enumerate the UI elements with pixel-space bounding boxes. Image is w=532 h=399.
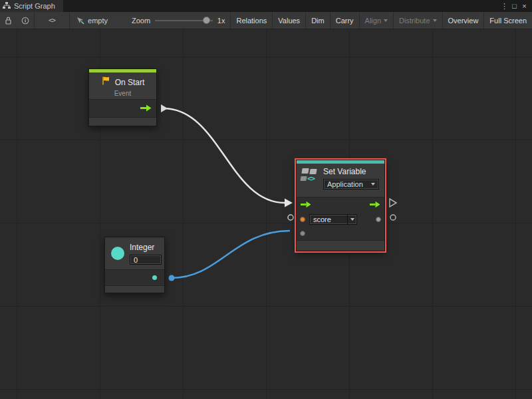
window-maximize-icon[interactable]: □ (509, 2, 519, 10)
node-title: On Start (115, 78, 145, 87)
connection-wire-value[interactable] (172, 231, 290, 278)
set-variable-value-output-port[interactable] (390, 215, 396, 220)
variable-name-select[interactable]: score (309, 214, 357, 225)
window-close-icon[interactable]: × (519, 2, 529, 10)
code-icon: <> (49, 17, 55, 24)
node-footer (297, 240, 384, 251)
flow-input-arrow-icon[interactable] (301, 199, 311, 211)
variable-scope-value: Application (327, 180, 363, 188)
relations-button[interactable]: Relations (231, 12, 272, 29)
variable-name-port[interactable] (300, 217, 305, 222)
chevron-down-icon (371, 183, 375, 186)
node-footer (89, 117, 156, 126)
flag-icon (101, 76, 111, 88)
graph-icon (3, 2, 11, 11)
dim-button[interactable]: Dim (306, 12, 330, 29)
node-footer (105, 285, 164, 293)
tab-title: Script Graph (14, 2, 55, 10)
align-button: Align (360, 12, 393, 29)
integer-icon (111, 247, 124, 260)
zoom-label: Zoom (132, 17, 150, 25)
node-header[interactable]: Integer 0 (105, 237, 164, 269)
lock-icon (5, 17, 12, 25)
pointer-icon (76, 17, 84, 25)
graph-target[interactable]: empty (70, 17, 114, 25)
integer-value-input[interactable]: 0 (130, 255, 162, 265)
values-button[interactable]: Values (273, 12, 305, 29)
flow-output-arrow-icon[interactable] (140, 102, 152, 114)
set-variable-name-input-port[interactable] (288, 215, 293, 220)
flow-output-arrow-icon[interactable] (370, 199, 380, 211)
toolbar-separator (34, 12, 35, 29)
overview-button[interactable]: Overview (443, 12, 484, 29)
lock-button[interactable] (0, 12, 17, 29)
info-icon (21, 17, 29, 25)
align-label: Align (365, 17, 381, 25)
carry-button[interactable]: Carry (331, 12, 359, 29)
tab-script-graph[interactable]: Script Graph (0, 0, 63, 12)
set-variable-icon: <> (301, 168, 319, 186)
zoom-value: 1x (217, 17, 225, 25)
graph-target-label: empty (88, 17, 108, 25)
integer-output-dot[interactable] (152, 275, 157, 280)
on-start-flow-output-port[interactable] (161, 104, 168, 112)
graph-toolbar: <> empty Zoom 1x Relations Values Dim Ca… (0, 12, 532, 29)
embed-graph-button[interactable]: <> (44, 12, 60, 29)
node-on-start[interactable]: On Start Event (88, 68, 157, 126)
distribute-button: Distribute (394, 12, 442, 29)
node-set-variable[interactable]: <> Set Variable Application (296, 160, 385, 251)
value-output-dot[interactable] (376, 217, 381, 222)
integer-output-port[interactable] (169, 275, 175, 281)
node-integer[interactable]: Integer 0 (104, 237, 165, 293)
connection-wire-flow[interactable] (164, 108, 285, 203)
chevron-down-icon (384, 19, 388, 22)
variable-scope-dropdown[interactable]: Application (323, 179, 379, 190)
fullscreen-button[interactable]: Full Screen (484, 12, 532, 29)
set-variable-flow-output-port[interactable] (390, 199, 396, 207)
graph-canvas[interactable]: On Start Event (0, 29, 532, 399)
connections-layer (0, 29, 532, 399)
node-title: Set Variable (323, 167, 379, 176)
distribute-label: Distribute (399, 17, 430, 25)
window-controls: ⋮ □ × (499, 2, 532, 11)
wire-arrowhead-icon (285, 199, 293, 207)
chevron-down-icon (433, 19, 437, 22)
zoom-slider-handle[interactable] (203, 17, 210, 24)
zoom-slider[interactable] (155, 12, 213, 29)
window-menu-icon[interactable]: ⋮ (499, 2, 509, 11)
value-input-port[interactable] (300, 231, 305, 236)
node-subtitle: Event (93, 90, 152, 97)
node-title: Integer (130, 243, 162, 252)
node-header[interactable]: <> Set Variable Application (297, 164, 384, 197)
script-graph-window: Script Graph ⋮ □ × <> (0, 0, 532, 399)
select-caret-box[interactable] (347, 215, 356, 224)
chevron-down-icon (350, 218, 354, 221)
node-header[interactable]: On Start Event (89, 72, 156, 99)
titlebar: Script Graph ⋮ □ × (0, 0, 532, 12)
variable-name-value: score (310, 215, 347, 224)
info-button[interactable] (17, 12, 34, 29)
